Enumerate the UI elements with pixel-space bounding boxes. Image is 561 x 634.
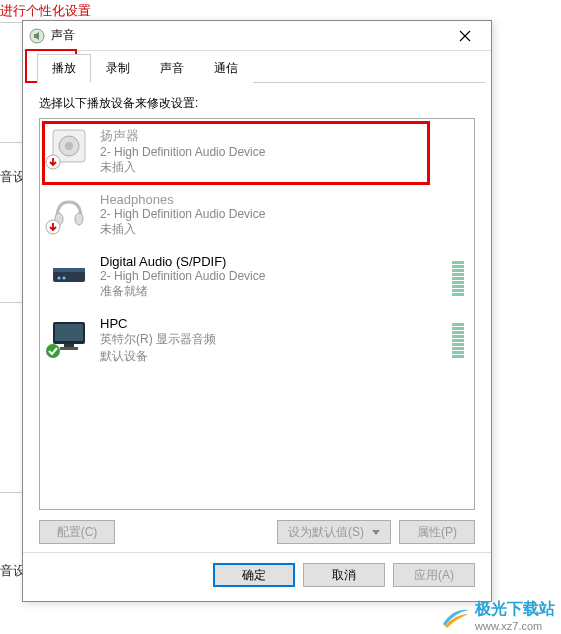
cancel-button[interactable]: 取消 <box>303 563 385 587</box>
tabs: 播放 录制 声音 通信 <box>29 53 485 83</box>
level-meter <box>452 316 464 358</box>
watermark-url: www.xz7.com <box>475 620 555 632</box>
level-meter <box>452 254 464 296</box>
device-name: Digital Audio (S/PDIF) <box>100 254 446 269</box>
ok-button[interactable]: 确定 <box>213 563 295 587</box>
tab-playback[interactable]: 播放 <box>37 54 91 83</box>
sound-icon <box>29 28 45 44</box>
device-item-speakers[interactable]: 扬声器 2- High Definition Audio Device 未插入 <box>40 119 474 184</box>
check-overlay-icon <box>45 343 61 359</box>
device-item-hpc[interactable]: HPC 英特尔(R) 显示器音频 默认设备 <box>40 308 474 373</box>
set-default-button[interactable]: 设为默认值(S) <box>277 520 391 544</box>
arrow-down-overlay-icon <box>45 154 61 170</box>
button-label: 属性(P) <box>417 524 457 541</box>
arrow-down-overlay-icon <box>45 219 61 235</box>
tab-content: 选择以下播放设备来修改设置: 扬声器 2- High Definition Au… <box>23 83 491 552</box>
device-subtitle: 2- High Definition Audio Device <box>100 145 464 159</box>
properties-button[interactable]: 属性(P) <box>399 520 475 544</box>
device-status: 准备就绪 <box>100 283 446 300</box>
watermark-logo-icon <box>441 604 471 628</box>
button-label: 取消 <box>332 567 356 584</box>
device-item-spdif[interactable]: Digital Audio (S/PDIF) 2- High Definitio… <box>40 246 474 308</box>
svg-point-10 <box>58 277 61 280</box>
watermark: 极光下载站 www.xz7.com <box>441 599 555 632</box>
device-list[interactable]: 扬声器 2- High Definition Audio Device 未插入 … <box>39 118 475 510</box>
device-name: HPC <box>100 316 446 331</box>
device-status: 默认设备 <box>100 348 446 365</box>
svg-rect-15 <box>60 347 78 350</box>
device-status: 未插入 <box>100 159 464 176</box>
button-label: 应用(A) <box>414 567 454 584</box>
svg-rect-13 <box>55 324 83 341</box>
tab-sounds[interactable]: 声音 <box>145 54 199 83</box>
titlebar: 声音 <box>23 21 491 51</box>
background-sidebar <box>0 20 20 620</box>
apply-button[interactable]: 应用(A) <box>393 563 475 587</box>
button-label: 配置(C) <box>57 524 98 541</box>
headphones-icon <box>50 192 88 230</box>
monitor-icon <box>50 316 88 354</box>
device-name: Headphones <box>100 192 464 207</box>
dialog-title: 声音 <box>51 27 445 44</box>
background-text: 进行个性化设置 <box>0 2 91 20</box>
tab-communications[interactable]: 通信 <box>199 54 253 83</box>
device-item-headphones[interactable]: Headphones 2- High Definition Audio Devi… <box>40 184 474 246</box>
device-subtitle: 英特尔(R) 显示器音频 <box>100 331 446 348</box>
device-subtitle: 2- High Definition Audio Device <box>100 269 446 283</box>
dialog-footer: 确定 取消 应用(A) <box>23 552 491 601</box>
tab-label: 通信 <box>214 61 238 75</box>
svg-rect-9 <box>53 268 85 272</box>
device-subtitle: 2- High Definition Audio Device <box>100 207 464 221</box>
close-icon <box>459 30 471 42</box>
svg-point-11 <box>63 277 66 280</box>
configure-button[interactable]: 配置(C) <box>39 520 115 544</box>
speaker-icon <box>50 127 88 165</box>
device-status: 未插入 <box>100 221 464 238</box>
device-name: 扬声器 <box>100 127 464 145</box>
svg-point-3 <box>65 142 73 150</box>
tab-label: 播放 <box>52 61 76 75</box>
svg-point-16 <box>46 344 60 358</box>
button-label: 设为默认值(S) <box>288 524 364 541</box>
close-button[interactable] <box>445 22 485 50</box>
button-label: 确定 <box>242 567 266 584</box>
watermark-name: 极光下载站 <box>475 600 555 617</box>
spdif-icon <box>50 254 88 292</box>
tab-recording[interactable]: 录制 <box>91 54 145 83</box>
svg-point-6 <box>75 213 83 225</box>
instruction-text: 选择以下播放设备来修改设置: <box>39 95 475 112</box>
svg-rect-14 <box>64 344 74 347</box>
tab-label: 录制 <box>106 61 130 75</box>
action-button-row: 配置(C) 设为默认值(S) 属性(P) <box>39 520 475 544</box>
tab-label: 声音 <box>160 61 184 75</box>
sound-dialog: 声音 播放 录制 声音 通信 选择以下播放设备来修改设置: <box>22 20 492 602</box>
